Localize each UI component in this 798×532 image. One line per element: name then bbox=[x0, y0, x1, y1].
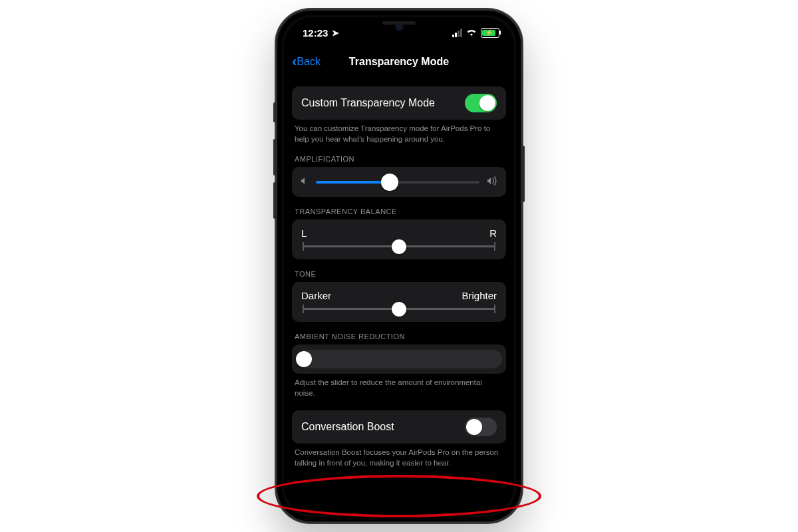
ambient-slider[interactable] bbox=[296, 350, 502, 368]
balance-right-label: R bbox=[489, 227, 497, 239]
mute-switch bbox=[273, 102, 276, 122]
settings-content[interactable]: Custom Transparency Mode You can customi… bbox=[284, 77, 514, 515]
volume-down-button bbox=[273, 182, 276, 219]
balance-slider[interactable] bbox=[303, 245, 495, 247]
amplification-label: AMPLIFICATION bbox=[295, 155, 503, 163]
page-title: Transparency Mode bbox=[284, 56, 514, 68]
ambient-label: AMBIENT NOISE REDUCTION bbox=[295, 332, 503, 340]
balance-left-label: L bbox=[301, 227, 307, 239]
tone-label: TONE bbox=[295, 270, 503, 278]
battery-icon: ⚡ bbox=[481, 28, 499, 38]
tone-right-label: Brighter bbox=[462, 290, 497, 301]
ambient-footer: Adjust the slider to reduce the amount o… bbox=[295, 378, 503, 398]
custom-transparency-row: Custom Transparency Mode bbox=[292, 86, 506, 120]
screen: 12:23 ➤ ⚡ ‹ Back Trans bbox=[284, 17, 514, 515]
amplification-knob[interactable] bbox=[381, 174, 398, 191]
speaker-low-icon bbox=[300, 176, 309, 188]
custom-transparency-toggle[interactable] bbox=[465, 94, 497, 112]
wifi-icon bbox=[466, 27, 477, 39]
custom-transparency-footer: You can customize Transparency mode for … bbox=[295, 124, 503, 144]
conversation-boost-footer: Conversation Boost focuses your AirPods … bbox=[295, 448, 503, 468]
amplification-slider[interactable] bbox=[316, 181, 479, 184]
notch bbox=[342, 17, 456, 36]
tone-left-label: Darker bbox=[301, 290, 331, 301]
tone-slider[interactable] bbox=[303, 308, 495, 310]
location-icon: ➤ bbox=[332, 28, 339, 38]
balance-knob[interactable] bbox=[392, 239, 406, 254]
tone-knob[interactable] bbox=[392, 302, 406, 317]
amplification-card bbox=[292, 167, 506, 197]
tone-card: Darker Brighter bbox=[292, 282, 506, 322]
ambient-knob[interactable] bbox=[296, 351, 312, 367]
amplification-fill bbox=[316, 181, 390, 184]
ambient-card bbox=[292, 344, 506, 374]
conversation-boost-row: Conversation Boost bbox=[292, 410, 506, 444]
conversation-boost-label: Conversation Boost bbox=[301, 421, 394, 433]
custom-transparency-label: Custom Transparency Mode bbox=[301, 97, 435, 109]
nav-bar: ‹ Back Transparency Mode bbox=[284, 48, 514, 76]
speaker-high-icon bbox=[486, 176, 498, 188]
volume-up-button bbox=[273, 139, 276, 176]
balance-label: TRANSPARENCY BALANCE bbox=[295, 207, 503, 215]
status-time: 12:23 bbox=[303, 27, 328, 39]
conversation-boost-toggle[interactable] bbox=[465, 418, 497, 436]
phone-frame: 12:23 ➤ ⚡ ‹ Back Trans bbox=[275, 8, 523, 524]
balance-card: L R bbox=[292, 219, 506, 259]
side-button bbox=[522, 146, 525, 202]
